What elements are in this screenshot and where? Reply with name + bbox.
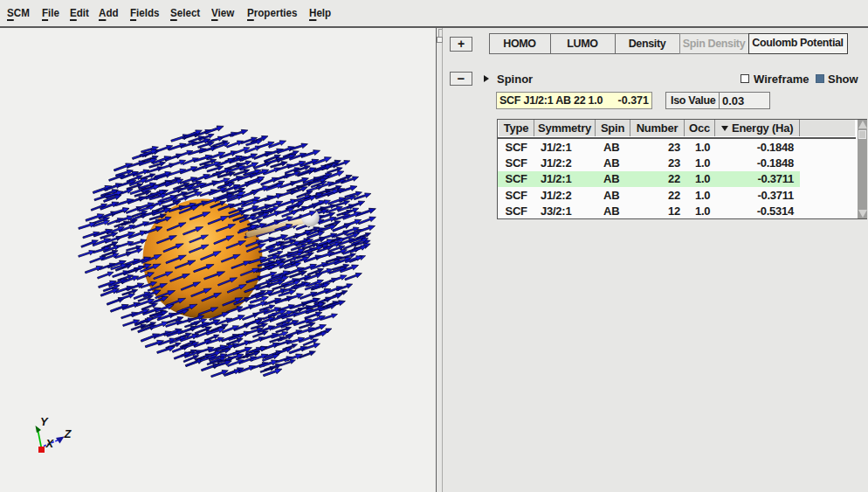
svg-text:X: X — [45, 437, 55, 450]
svg-text:Z: Z — [64, 427, 72, 440]
svg-text:Y: Y — [40, 415, 49, 428]
